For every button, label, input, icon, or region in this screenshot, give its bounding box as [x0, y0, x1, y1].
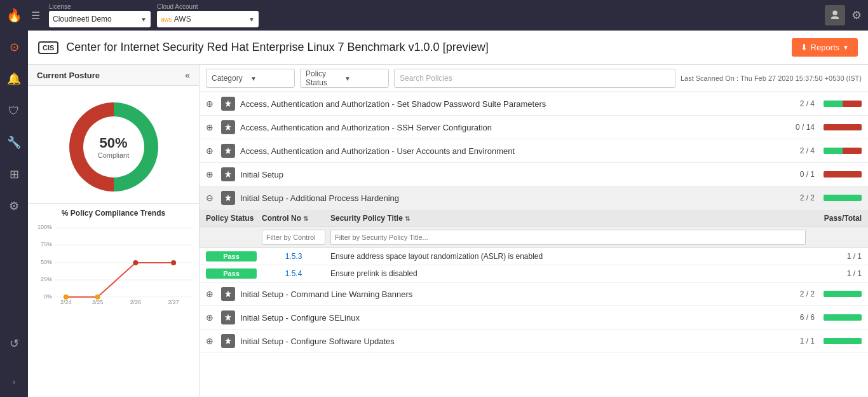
- sidebar-item-alerts[interactable]: 🔔: [4, 69, 24, 89]
- hamburger-icon[interactable]: ☰: [31, 10, 40, 22]
- svg-text:2/25: 2/25: [92, 299, 103, 305]
- policy-icon: [221, 287, 235, 301]
- sidebar-item-bank[interactable]: ⊞: [4, 164, 24, 185]
- donut-area: 50% Compliant: [28, 86, 199, 203]
- expand-icon[interactable]: ⊖: [206, 193, 216, 203]
- expand-icon[interactable]: ⊕: [206, 99, 216, 109]
- sub-filter-row: [200, 227, 868, 248]
- svg-text:2/26: 2/26: [130, 299, 141, 305]
- title-filter-input[interactable]: [330, 230, 806, 245]
- expand-icon[interactable]: ⊕: [206, 122, 216, 132]
- policy-score: 0 / 14: [796, 123, 815, 132]
- category-label: Category: [212, 74, 250, 83]
- category-select[interactable]: Category ▼: [206, 69, 295, 88]
- trend-title: % Policy Compliance Trends: [34, 209, 193, 218]
- sidebar-item-home[interactable]: ⊙: [4, 37, 24, 57]
- score-green: [824, 338, 862, 344]
- trend-section: % Policy Compliance Trends 100% 75% 50% …: [28, 203, 199, 397]
- category-dropdown-icon: ▼: [250, 75, 289, 82]
- policy-icon: [221, 310, 235, 324]
- score-green: [824, 195, 862, 201]
- score-green: [824, 314, 862, 321]
- policy-title: Initial Setup - Configure Software Updat…: [240, 337, 795, 346]
- policy-score: 2 / 2: [800, 289, 815, 298]
- sub-pass-total: 1 / 1: [811, 252, 862, 261]
- policy-status-label: Policy Status: [306, 69, 344, 87]
- score-green: [824, 148, 843, 154]
- policy-score: 6 / 6: [800, 313, 815, 322]
- posture-collapse-icon[interactable]: «: [185, 70, 190, 80]
- pane-area: Current Posture «: [28, 65, 868, 397]
- avatar: [825, 5, 845, 25]
- donut-label: 50% Compliant: [98, 135, 130, 159]
- policy-score: 2 / 4: [800, 99, 815, 108]
- policy-title: Access, Authentication and Authorization…: [240, 123, 790, 132]
- policy-title: Initial Setup - Configure SELinux: [240, 313, 795, 323]
- expand-icon[interactable]: ⊕: [206, 336, 216, 346]
- sidebar-item-tools[interactable]: 🔧: [4, 132, 24, 153]
- reports-button[interactable]: ⬇ Reports ▼: [792, 38, 858, 57]
- sidebar-item-history[interactable]: ↺: [4, 333, 24, 354]
- policy-row[interactable]: ⊕ Initial Setup - Configure SELinux 6 / …: [200, 306, 868, 330]
- control-filter-input[interactable]: [262, 230, 325, 245]
- sub-row[interactable]: Pass 1.5.4 Ensure prelink is disabled 1 …: [200, 265, 868, 282]
- svg-text:0%: 0%: [44, 293, 52, 300]
- policy-title: Initial Setup - Command Line Warning Ban…: [240, 289, 795, 299]
- policy-icon: [221, 334, 235, 348]
- sidebar: ⊙ 🔔 🛡 🔧 ⊞ ⚙ ↺ ›: [0, 31, 28, 397]
- cloud-value: AWS: [174, 15, 248, 24]
- sub-policy-title: Ensure prelink is disabled: [330, 269, 806, 278]
- score-bar: [824, 148, 862, 154]
- policy-status-select[interactable]: Policy Status ▼: [300, 69, 389, 88]
- policy-row[interactable]: ⊕ Initial Setup - Configure Software Upd…: [200, 330, 868, 353]
- last-scanned-text: Last Scanned On : Thu Feb 27 2020 15:37:…: [681, 74, 862, 82]
- policy-icon: [221, 144, 235, 158]
- sidebar-item-settings[interactable]: ⚙: [4, 196, 24, 216]
- policy-title: Access, Authentication and Authorization…: [240, 146, 795, 156]
- policy-row[interactable]: ⊖ Initial Setup - Additional Process Har…: [200, 186, 868, 210]
- policy-table: ⊕ Access, Authentication and Authorizati…: [200, 92, 868, 397]
- license-dropdown-icon: ▼: [140, 16, 147, 23]
- control-number: 1.5.4: [262, 269, 325, 278]
- policy-row[interactable]: ⊕ Access, Authentication and Authorizati…: [200, 139, 868, 163]
- score-bar: [824, 124, 862, 130]
- reports-download-icon: ⬇: [801, 43, 808, 52]
- expand-icon[interactable]: ⊕: [206, 312, 216, 323]
- expand-icon[interactable]: ⊕: [206, 169, 216, 179]
- policy-row[interactable]: ⊕ Access, Authentication and Authorizati…: [200, 92, 868, 116]
- svg-text:100%: 100%: [37, 224, 52, 230]
- svg-text:25%: 25%: [41, 276, 52, 282]
- svg-point-13: [133, 260, 138, 265]
- svg-text:75%: 75%: [41, 241, 52, 247]
- expand-icon[interactable]: ⊕: [206, 289, 216, 299]
- sub-row[interactable]: Pass 1.5.3 Ensure address space layout r…: [200, 248, 868, 265]
- search-policies-input[interactable]: Search Policies: [394, 69, 675, 88]
- settings-icon[interactable]: ⚙: [851, 8, 862, 22]
- sidebar-collapse[interactable]: ›: [4, 372, 24, 392]
- policy-title: Initial Setup - Additional Process Harde…: [240, 193, 795, 203]
- top-nav-right: ⚙: [825, 5, 862, 25]
- policy-row[interactable]: ⊕ Initial Setup 0 / 1: [200, 163, 868, 186]
- cloud-select[interactable]: aws AWS ▼: [157, 11, 259, 27]
- app-logo: 🔥: [6, 8, 22, 23]
- sidebar-item-security[interactable]: 🛡: [4, 101, 24, 121]
- policy-title: Initial Setup: [240, 170, 795, 179]
- policy-status-badge: Pass: [206, 268, 257, 279]
- content-area: CIS Center for Internet Security Red Hat…: [28, 31, 868, 397]
- license-value: Cloudneeti Demo: [53, 15, 140, 24]
- policy-score: 1 / 1: [800, 337, 815, 345]
- cloud-group: Cloud Account aws AWS ▼: [157, 3, 259, 27]
- policy-icon: [221, 191, 235, 205]
- license-select[interactable]: Cloudneeti Demo ▼: [49, 11, 151, 27]
- score-bar: [824, 291, 862, 297]
- policy-score: 0 / 1: [800, 170, 815, 179]
- left-pane: Current Posture «: [28, 65, 200, 397]
- policy-score: 2 / 4: [800, 146, 815, 155]
- svg-point-14: [171, 260, 176, 265]
- donut-percent: 50%: [98, 135, 130, 151]
- policy-row[interactable]: ⊕ Initial Setup - Command Line Warning B…: [200, 282, 868, 306]
- license-group: License Cloudneeti Demo ▼: [49, 3, 151, 27]
- donut-sub: Compliant: [98, 151, 130, 159]
- expand-icon[interactable]: ⊕: [206, 146, 216, 156]
- policy-row[interactable]: ⊕ Access, Authentication and Authorizati…: [200, 116, 868, 139]
